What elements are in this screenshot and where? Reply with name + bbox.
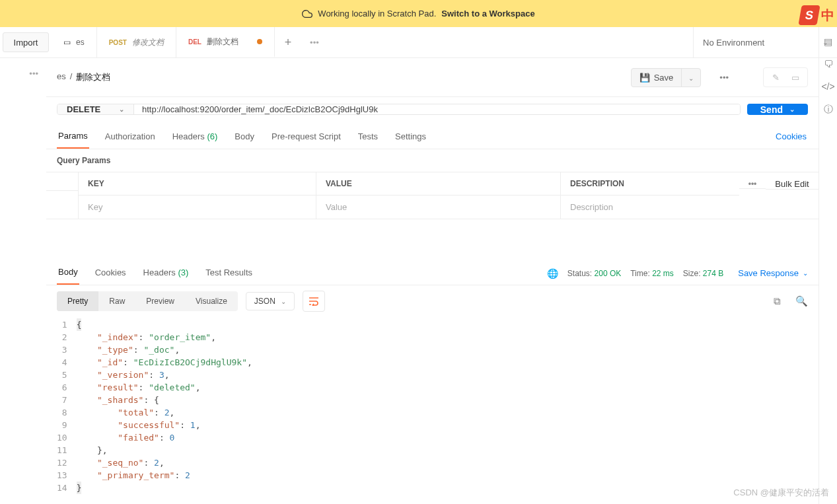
- th-value: VALUE: [316, 172, 560, 196]
- save-response-button[interactable]: Save Response ⌄: [738, 268, 808, 278]
- chevron-down-icon: ⌄: [119, 106, 124, 113]
- resp-tab-tests[interactable]: Test Results: [204, 262, 254, 284]
- comment-icon[interactable]: 🗨: [824, 59, 833, 69]
- method-value: DELETE: [67, 104, 100, 114]
- resp-tab-body[interactable]: Body: [57, 262, 79, 285]
- send-button[interactable]: Send ⌄: [747, 104, 808, 115]
- watermark: CSDN @健康平安的活着: [733, 487, 829, 499]
- th-key: KEY: [78, 172, 316, 196]
- save-button-group: 💾 Save ⌄: [631, 68, 702, 87]
- comment-icon[interactable]: ▭: [787, 71, 803, 84]
- wrap-lines-button[interactable]: [303, 291, 325, 312]
- banner-text: Working locally in Scratch Pad.: [318, 9, 436, 18]
- send-label: Send: [760, 104, 783, 115]
- query-params-table: KEY VALUE DESCRIPTION ••• Bulk Edit Key …: [46, 172, 819, 219]
- pill-raw[interactable]: Raw: [98, 291, 135, 311]
- docs-icon[interactable]: ▤: [824, 36, 832, 47]
- status-value: 200 OK: [595, 269, 622, 278]
- tab-label: es: [76, 38, 85, 47]
- gutter-more-icon[interactable]: •••: [29, 69, 38, 79]
- environment-select[interactable]: No Environment ⌄: [693, 27, 837, 57]
- breadcrumb-parent[interactable]: es: [57, 71, 66, 83]
- response-meta: 🌐 Status: 200 OK Time: 22 ms Size: 274 B: [547, 268, 723, 279]
- banner-cta[interactable]: Switch to a Workspace: [441, 9, 534, 18]
- wrap-icon: [309, 297, 319, 306]
- pill-pretty[interactable]: Pretty: [57, 291, 98, 311]
- sogou-icon: S: [798, 5, 820, 25]
- search-icon[interactable]: 🔍: [795, 295, 808, 307]
- copy-icon[interactable]: ⧉: [774, 295, 781, 307]
- chevron-down-icon: ⌄: [281, 298, 286, 305]
- query-params-heading: Query Params: [46, 149, 819, 172]
- right-sidebar: ▤ 🗨 </> ⓘ: [819, 27, 837, 504]
- tab-headers[interactable]: Headers (6): [171, 126, 219, 148]
- chevron-down-icon: ⌄: [789, 106, 795, 113]
- left-gutter: •••: [0, 58, 46, 504]
- tab-modify-doc[interactable]: POST 修改文档: [97, 27, 176, 57]
- table-row[interactable]: Key Value Description: [46, 196, 819, 219]
- bulk-edit-button[interactable]: Bulk Edit: [766, 179, 819, 190]
- tab-overflow-button[interactable]: •••: [301, 27, 328, 57]
- save-icon: 💾: [639, 73, 650, 83]
- breadcrumb: es / 删除文档: [57, 71, 622, 83]
- pill-visualize[interactable]: Visualize: [185, 291, 238, 311]
- url-input[interactable]: [134, 104, 740, 114]
- view-mode-group: Pretty Raw Preview Visualize: [57, 291, 238, 311]
- import-button[interactable]: Import: [3, 32, 49, 52]
- format-select[interactable]: JSON ⌄: [246, 292, 295, 310]
- response-body[interactable]: 1234567891011121314 { "_index": "order_i…: [46, 317, 819, 494]
- tab-delete-doc[interactable]: DEL 删除文档: [176, 27, 275, 57]
- tab-prerequest[interactable]: Pre-request Script: [270, 126, 342, 148]
- method-badge: DEL: [188, 38, 201, 46]
- code-icon[interactable]: </>: [821, 81, 834, 92]
- resp-tab-headers[interactable]: Headers (3): [142, 262, 190, 284]
- tab-label: 修改文档: [132, 37, 164, 48]
- header-more-button[interactable]: •••: [714, 69, 734, 87]
- edit-icon[interactable]: ✎: [768, 71, 783, 84]
- save-button[interactable]: 💾 Save: [632, 69, 682, 87]
- tab-es[interactable]: ▭ es: [52, 27, 97, 57]
- scratchpad-banner: Working locally in Scratch Pad. Switch t…: [0, 0, 837, 27]
- chevron-down-icon: ⌄: [688, 75, 694, 82]
- tab-tests[interactable]: Tests: [357, 126, 379, 148]
- save-label: Save: [654, 73, 674, 83]
- method-select[interactable]: DELETE ⌄: [57, 104, 134, 114]
- pill-preview[interactable]: Preview: [135, 291, 185, 311]
- unsaved-dot-icon: [257, 39, 262, 44]
- tab-params[interactable]: Params: [57, 126, 89, 149]
- th-desc: DESCRIPTION: [560, 172, 739, 196]
- tab-label: 删除文档: [207, 36, 238, 48]
- time-value: 22 ms: [652, 269, 674, 278]
- cloud-off-icon: [302, 9, 312, 19]
- th-options[interactable]: •••: [739, 179, 766, 189]
- size-value: 274 B: [703, 269, 723, 278]
- add-tab-button[interactable]: +: [275, 27, 301, 57]
- globe-icon[interactable]: 🌐: [547, 268, 558, 279]
- resp-tab-cookies[interactable]: Cookies: [94, 262, 127, 284]
- value-input[interactable]: Value: [316, 196, 560, 219]
- cookies-link[interactable]: Cookies: [774, 126, 808, 148]
- line-numbers: 1234567891011121314: [57, 318, 77, 494]
- collection-icon: ▭: [63, 38, 71, 47]
- env-label: No Environment: [703, 38, 764, 48]
- chevron-down-icon: ⌄: [803, 270, 808, 277]
- save-dropdown[interactable]: ⌄: [682, 69, 700, 87]
- desc-input[interactable]: Description: [560, 196, 739, 219]
- info-icon[interactable]: ⓘ: [824, 104, 833, 116]
- page-title: 删除文档: [76, 71, 110, 83]
- key-input[interactable]: Key: [78, 196, 316, 219]
- request-tabs: ▭ es POST 修改文档 DEL 删除文档 + •••: [52, 27, 693, 57]
- ime-logo: S 中: [800, 3, 834, 28]
- method-badge: POST: [109, 39, 127, 46]
- tab-body[interactable]: Body: [233, 126, 256, 148]
- tab-authorization[interactable]: Authorization: [104, 126, 157, 148]
- tab-settings[interactable]: Settings: [394, 126, 427, 148]
